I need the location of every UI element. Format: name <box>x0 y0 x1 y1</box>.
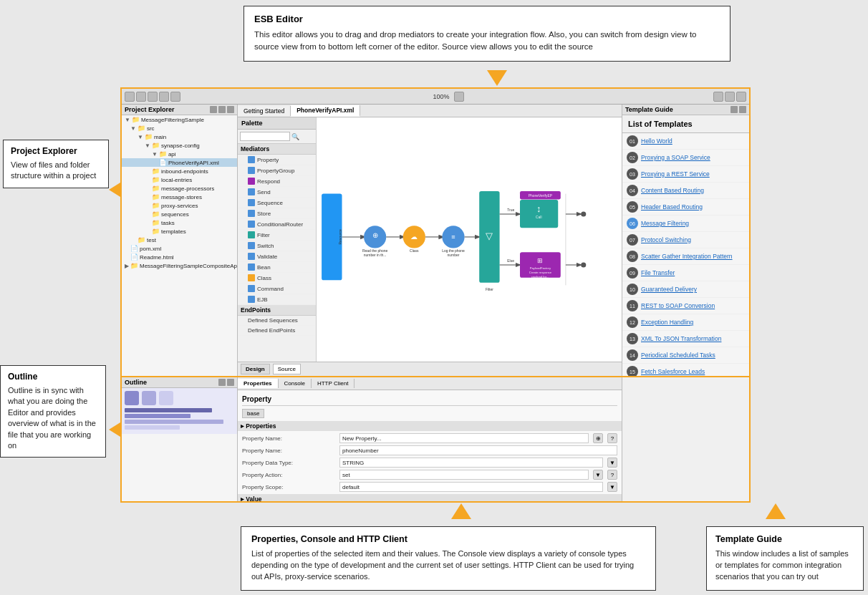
palette-item-respond[interactable]: Respond <box>238 176 316 187</box>
template-item-03[interactable]: 03 Proxying a REST Service <box>622 166 749 183</box>
template-item-07[interactable]: 07 Protocol Switching <box>622 232 749 248</box>
palette-search-icon[interactable]: 🔍 <box>291 133 299 140</box>
palette-item-store[interactable]: Store <box>238 208 316 219</box>
tree-item[interactable]: 📁 message-processors <box>122 184 237 193</box>
toolbar-btn-4[interactable] <box>159 92 169 102</box>
template-link-01[interactable]: Hello World <box>641 137 672 145</box>
tree-item[interactable]: 📁 proxy-services <box>122 201 237 210</box>
palette-item-ejb[interactable]: EJB <box>238 294 316 305</box>
toolbar-btn-2[interactable] <box>136 92 146 102</box>
tree-item[interactable]: 📁 sequences <box>122 210 237 218</box>
tree-item[interactable]: 📁 inbound-endpoints <box>122 167 237 175</box>
tg-icon-2[interactable] <box>739 106 746 113</box>
template-link-02[interactable]: Proxying a SOAP Service <box>641 154 710 161</box>
tree-item[interactable]: ▼ 📁 api <box>122 150 237 158</box>
palette-item-property-group[interactable]: PropertyGroup <box>238 165 316 176</box>
template-item-09[interactable]: 09 File Transfer <box>622 265 749 281</box>
palette-item-property[interactable]: Property <box>238 155 316 165</box>
tree-item[interactable]: ▼ 📁 synapse-config <box>122 141 237 150</box>
props-scope-input[interactable] <box>339 482 603 492</box>
template-link-05[interactable]: Header Based Routing <box>641 203 703 211</box>
tree-item[interactable]: 📁 message-stores <box>122 193 237 201</box>
palette-defined-sequences[interactable]: Defined Sequences <box>238 316 316 326</box>
template-link-12[interactable]: Exception Handling <box>641 319 693 326</box>
tree-item-phone-verify[interactable]: 📄 PhoneVerifyAPI.xml <box>122 158 237 167</box>
template-link-03[interactable]: Proxying a REST Service <box>641 170 710 178</box>
palette-defined-endpoints[interactable]: Defined EndPoints <box>238 326 316 336</box>
template-link-06[interactable]: Message Filtering <box>641 220 689 227</box>
tab-console[interactable]: Console <box>279 379 312 388</box>
template-item-15[interactable]: 15 Fetch Salesforce Leads <box>622 364 749 376</box>
palette-item-send[interactable]: Send <box>238 187 316 198</box>
template-item-01[interactable]: 01 Hello World <box>622 133 749 150</box>
toolbar-btn-5[interactable] <box>170 92 180 102</box>
pe-icon-2[interactable] <box>218 106 226 113</box>
template-item-05[interactable]: 05 Header Based Routing <box>622 199 749 216</box>
template-link-08[interactable]: Scatter Gather Integration Pattern <box>641 253 733 260</box>
outline-icon-2[interactable] <box>227 379 234 386</box>
tree-item[interactable]: ▼ 📁 main <box>122 132 237 141</box>
tree-item[interactable]: 📁 tasks <box>122 218 237 227</box>
template-item-04[interactable]: 04 Content Based Routing <box>622 183 749 199</box>
tree-item[interactable]: 📁 local-entries <box>122 175 237 184</box>
template-link-07[interactable]: Protocol Switching <box>641 236 691 243</box>
template-link-13[interactable]: XML To JSON Transformation <box>641 335 721 342</box>
source-tab[interactable]: Source <box>273 364 301 374</box>
tab-properties[interactable]: Properties <box>238 379 279 388</box>
props-action-btn[interactable]: ▼ <box>593 470 603 480</box>
palette-search-input[interactable] <box>240 132 290 141</box>
outline-icon-1[interactable] <box>218 379 226 386</box>
design-tab[interactable]: Design <box>241 364 270 374</box>
palette-item-bean[interactable]: Bean <box>238 262 316 273</box>
tab-http-client[interactable]: HTTP Client <box>312 379 355 388</box>
tree-item[interactable]: ▼ 📁 src <box>122 124 237 132</box>
template-item-11[interactable]: 11 REST to SOAP Conversion <box>622 298 749 314</box>
template-item-10[interactable]: 10 Guaranteed Delivery <box>622 281 749 298</box>
palette-item-filter[interactable]: Filter <box>238 230 316 241</box>
template-link-14[interactable]: Periodical Scheduled Tasks <box>641 352 715 359</box>
tree-item[interactable]: 📄 pom.xml <box>122 244 237 253</box>
props-type-input[interactable] <box>339 445 617 455</box>
template-item-02[interactable]: 02 Proxying a SOAP Service <box>622 150 749 166</box>
tg-icon-1[interactable] <box>730 106 738 113</box>
template-link-09[interactable]: File Transfer <box>641 269 675 276</box>
toolbar-btn-3[interactable] <box>148 92 158 102</box>
tree-item[interactable]: 📁 test <box>122 236 237 244</box>
props-base-tab[interactable]: base <box>242 409 264 418</box>
tree-item[interactable]: 📁 templates <box>122 227 237 236</box>
props-help-btn-1[interactable]: ? <box>607 433 617 443</box>
template-item-14[interactable]: 14 Periodical Scheduled Tasks <box>622 347 749 364</box>
props-data-type-input[interactable] <box>339 458 603 468</box>
esb-canvas[interactable]: Resource ⊕ Read the phone number in th..… <box>317 117 622 362</box>
template-link-11[interactable]: REST to SOAP Conversion <box>641 302 715 309</box>
template-item-13[interactable]: 13 XML To JSON Transformation <box>622 331 749 347</box>
tab-getting-started[interactable]: Getting Started <box>238 106 291 116</box>
tree-item[interactable]: ▶ 📁 MessageFilteringSampleCompositeAppli… <box>122 261 237 270</box>
template-link-15[interactable]: Fetch Salesforce Leads <box>641 368 705 375</box>
tree-item[interactable]: 📄 Readme.html <box>122 253 237 261</box>
palette-item-switch[interactable]: Switch <box>238 241 316 251</box>
props-scope-btn[interactable]: ▼ <box>607 482 617 492</box>
template-item-12[interactable]: 12 Exception Handling <box>622 314 749 331</box>
palette-item-conditional-router[interactable]: ConditionalRouter <box>238 219 316 230</box>
props-name-input[interactable] <box>339 433 589 443</box>
pe-icon-1[interactable] <box>210 106 217 113</box>
toolbar-btn-1[interactable] <box>125 92 135 102</box>
template-link-10[interactable]: Guaranteed Delivery <box>641 286 697 293</box>
toolbar-btn-zoom[interactable] <box>454 92 464 102</box>
toolbar-btn-r3[interactable] <box>736 92 746 102</box>
toolbar-btn-r2[interactable] <box>725 92 735 102</box>
tree-item[interactable]: ▼ 📁 MessageFilteringSample <box>122 115 237 124</box>
palette-item-command[interactable]: Command <box>238 284 316 294</box>
props-action-input[interactable] <box>339 470 589 480</box>
palette-item-validate[interactable]: Validate <box>238 251 316 262</box>
template-link-04[interactable]: Content Based Routing <box>641 187 704 194</box>
props-name-btn[interactable]: ⊕ <box>593 433 603 443</box>
tab-phone-verify[interactable]: PhoneVerifyAPI.xml <box>291 105 360 117</box>
template-item-06[interactable]: 06 Message Filtering <box>622 216 749 232</box>
pe-icon-3[interactable] <box>227 106 234 113</box>
template-item-08[interactable]: 08 Scatter Gather Integration Pattern <box>622 248 749 265</box>
palette-item-sequence[interactable]: Sequence <box>238 198 316 208</box>
props-help-btn-2[interactable]: ? <box>607 470 617 480</box>
toolbar-btn-r1[interactable] <box>713 92 723 102</box>
